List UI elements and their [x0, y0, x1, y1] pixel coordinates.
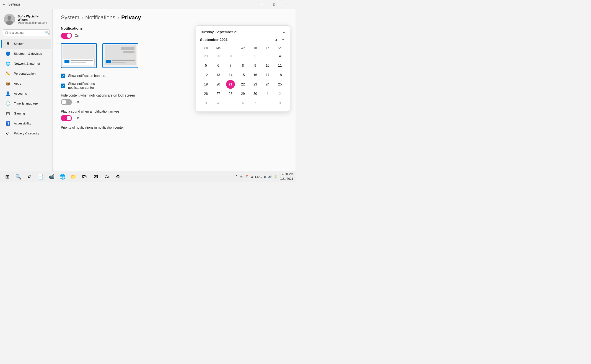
cal-day-17[interactable]: 17 — [263, 71, 272, 79]
cal-day-8[interactable]: 8 — [263, 99, 272, 108]
cal-day-7[interactable]: 7 — [226, 61, 235, 70]
cal-day-29[interactable]: 29 — [239, 89, 247, 98]
show-in-center-checkbox[interactable]: ✓ — [61, 84, 65, 88]
banner-style-2[interactable] — [102, 43, 138, 68]
cal-day-2[interactable]: 2 — [251, 52, 260, 61]
sidebar-item-bluetooth[interactable]: 🔵 Bluetooth & devices — [1, 49, 51, 59]
cal-day-1[interactable]: 1 — [239, 52, 247, 61]
personalization-icon: ✏️ — [5, 71, 11, 76]
sidebar-item-personalization[interactable]: ✏️ Personalization — [1, 69, 51, 79]
minimize-button[interactable]: — — [255, 0, 268, 9]
sidebar-item-gaming[interactable]: 🎮 Gaming — [1, 108, 51, 118]
breadcrumb-sep-1: › — [82, 15, 83, 20]
calendar-dropdown-icon[interactable]: ⌄ — [282, 30, 286, 34]
play-sound-toggle[interactable] — [61, 115, 72, 121]
cal-day-22[interactable]: 22 — [239, 80, 247, 89]
cal-day-24[interactable]: 24 — [263, 80, 272, 89]
sidebar-item-apps[interactable]: 📦 Apps — [1, 79, 51, 89]
taskbar-time-date[interactable]: 4:50 PM 9/21/2021 — [280, 172, 293, 181]
cal-day-13[interactable]: 13 — [214, 71, 223, 79]
calendar-next-button[interactable]: ▼ — [280, 37, 286, 42]
search-taskbar-icon[interactable]: 🔍 — [13, 172, 23, 182]
accounts-label: Accounts — [14, 92, 27, 95]
cal-day-4[interactable]: 4 — [276, 52, 284, 61]
calendar-prev-button[interactable]: ▲ — [274, 37, 279, 42]
sidebar-item-privacy[interactable]: 🛡 Privacy & security — [1, 128, 51, 138]
mail-icon[interactable]: ✉ — [91, 172, 101, 182]
nav-list: 🖥 System 🔵 Bluetooth & devices 🌐 Network… — [0, 39, 52, 138]
cal-day-4[interactable]: 4 — [214, 99, 223, 108]
explorer-icon[interactable]: 📁 — [69, 172, 79, 182]
breadcrumb-notifications[interactable]: Notifications — [85, 14, 115, 21]
cal-day-5[interactable]: 5 — [201, 61, 210, 70]
hide-content-toggle[interactable] — [61, 99, 72, 105]
sidebar-item-time[interactable]: 🕐 Time & language — [1, 98, 51, 108]
cal-weekday-Tu: Tu — [225, 45, 237, 51]
search-input[interactable] — [5, 31, 43, 34]
cal-day-9[interactable]: 9 — [276, 99, 284, 108]
store-icon[interactable]: 🛍 — [80, 172, 90, 182]
cal-weekday-Sa: Sa — [274, 45, 286, 51]
taskbar-left: ⊞ 🔍 ⧉ 📑 📹 🌐 📁 🛍 ✉ 🗂 ⚙ — [2, 172, 123, 182]
cal-day-6[interactable]: 6 — [239, 99, 247, 108]
cal-day-18[interactable]: 18 — [276, 71, 284, 79]
photos-icon[interactable]: 🗂 — [102, 172, 112, 182]
cal-day-21[interactable]: 21 — [226, 80, 235, 89]
banner-style-1[interactable] — [61, 43, 97, 68]
cal-day-5[interactable]: 5 — [226, 99, 235, 108]
notifications-toggle[interactable] — [61, 33, 72, 39]
cal-day-2[interactable]: 2 — [276, 89, 284, 98]
cal-day-11[interactable]: 11 — [276, 61, 284, 70]
cal-day-10[interactable]: 10 — [263, 61, 272, 70]
cal-day-16[interactable]: 16 — [251, 71, 260, 79]
cal-day-27[interactable]: 27 — [214, 89, 223, 98]
cal-day-3[interactable]: 3 — [263, 52, 272, 61]
cal-day-23[interactable]: 23 — [251, 80, 260, 89]
cloud-icon: ☁ — [250, 175, 253, 178]
cal-day-12[interactable]: 12 — [201, 71, 210, 79]
task-view-icon[interactable]: ⧉ — [24, 172, 34, 182]
cal-day-19[interactable]: 19 — [201, 80, 210, 89]
cal-day-15[interactable]: 15 — [239, 71, 247, 79]
cal-day-6[interactable]: 6 — [214, 61, 223, 70]
sidebar-item-network[interactable]: 🌐 Network & internet — [1, 59, 51, 69]
maximize-button[interactable]: ☐ — [268, 0, 281, 9]
cal-day-25[interactable]: 25 — [276, 80, 284, 89]
cal-day-20[interactable]: 20 — [214, 80, 223, 89]
hide-content-knob — [62, 100, 66, 104]
cal-day-30[interactable]: 30 — [214, 52, 223, 61]
video-icon[interactable]: 📹 — [46, 172, 56, 182]
cal-day-7[interactable]: 7 — [251, 99, 260, 108]
titlebar-controls: — ☐ ✕ — [255, 0, 293, 9]
settings-taskbar-icon[interactable]: ⚙ — [113, 172, 123, 182]
notes-icon[interactable]: 📑 — [35, 172, 45, 182]
sidebar-item-accounts[interactable]: 👤 Accounts — [1, 89, 51, 98]
calendar-popup: Tuesday, September 21 ⌄ September 2021 ▲… — [196, 25, 290, 112]
close-button[interactable]: ✕ — [281, 0, 293, 9]
cal-day-31[interactable]: 31 — [226, 52, 235, 61]
cal-day-28[interactable]: 28 — [226, 89, 235, 98]
sidebar-item-system[interactable]: 🖥 System — [1, 39, 51, 49]
cal-day-9[interactable]: 9 — [251, 61, 260, 70]
lang-label[interactable]: ENG — [255, 175, 262, 178]
svg-point-2 — [6, 20, 13, 25]
search-icon: 🔍 — [45, 31, 49, 35]
cal-day-1[interactable]: 1 — [263, 89, 272, 98]
map-icon: 📍 — [245, 175, 249, 178]
search-box[interactable]: 🔍 — [3, 29, 50, 36]
cal-day-14[interactable]: 14 — [226, 71, 235, 79]
chevron-icon[interactable]: ⌃ — [235, 175, 238, 178]
cal-day-29[interactable]: 29 — [201, 52, 210, 61]
cal-day-30[interactable]: 30 — [251, 89, 260, 98]
cal-weekday-Th: Th — [249, 45, 261, 51]
cal-day-8[interactable]: 8 — [239, 61, 247, 70]
browser-icon[interactable]: 🌐 — [58, 172, 68, 182]
volume-icon[interactable]: 🔊 — [268, 175, 272, 178]
show-banners-checkbox[interactable]: ✓ — [61, 74, 65, 78]
sidebar-item-accessibility[interactable]: ♿ Accessibility — [1, 118, 51, 128]
breadcrumb-system[interactable]: System — [61, 14, 79, 21]
back-button[interactable]: ← — [2, 2, 6, 7]
start-button[interactable]: ⊞ — [2, 172, 12, 182]
cal-day-3[interactable]: 3 — [201, 99, 210, 108]
cal-day-26[interactable]: 26 — [201, 89, 210, 98]
